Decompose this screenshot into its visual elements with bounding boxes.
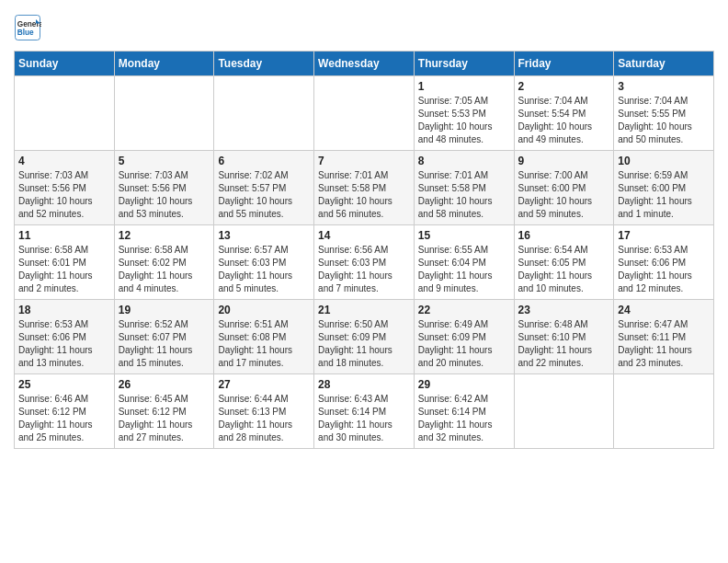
day-info: Sunrise: 6:53 AMSunset: 6:06 PMDaylight:… [618, 244, 710, 295]
day-number: 2 [518, 80, 610, 93]
calendar-cell-1-6: 2Sunrise: 7:04 AMSunset: 5:54 PMDaylight… [514, 76, 614, 151]
day-info: Sunrise: 6:59 AMSunset: 6:00 PMDaylight:… [618, 169, 710, 221]
day-number: 12 [119, 229, 210, 242]
day-info: Sunrise: 7:05 AMSunset: 5:53 PMDaylight:… [418, 95, 510, 146]
calendar-cell-5-6 [514, 374, 614, 449]
calendar-header-row: SundayMondayTuesdayWednesdayThursdayFrid… [15, 52, 714, 76]
calendar-cell-4-3: 20Sunrise: 6:51 AMSunset: 6:08 PMDayligh… [214, 300, 314, 374]
day-info: Sunrise: 6:52 AMSunset: 6:07 PMDaylight:… [119, 318, 210, 370]
day-number: 22 [418, 304, 510, 316]
weekday-header-tuesday: Tuesday [214, 52, 314, 76]
day-info: Sunrise: 7:03 AMSunset: 5:56 PMDaylight:… [119, 169, 210, 221]
calendar-cell-1-1 [15, 76, 115, 151]
calendar-cell-3-4: 14Sunrise: 6:56 AMSunset: 6:03 PMDayligh… [314, 225, 415, 300]
calendar-cell-1-5: 1Sunrise: 7:05 AMSunset: 5:53 PMDaylight… [414, 76, 514, 151]
day-number: 8 [418, 155, 510, 167]
day-number: 14 [318, 229, 410, 242]
day-number: 18 [18, 304, 110, 316]
day-info: Sunrise: 6:57 AMSunset: 6:03 PMDaylight:… [218, 244, 310, 295]
calendar-table: SundayMondayTuesdayWednesdayThursdayFrid… [14, 51, 714, 449]
day-number: 19 [119, 304, 210, 316]
day-number: 3 [618, 80, 710, 93]
page-header: General Blue [14, 14, 714, 41]
day-number: 17 [618, 229, 710, 242]
day-number: 6 [218, 155, 310, 167]
calendar-body: 1Sunrise: 7:05 AMSunset: 5:53 PMDaylight… [15, 76, 714, 449]
day-info: Sunrise: 6:53 AMSunset: 6:06 PMDaylight:… [18, 318, 110, 370]
day-info: Sunrise: 7:04 AMSunset: 5:54 PMDaylight:… [518, 95, 610, 146]
day-info: Sunrise: 6:46 AMSunset: 6:12 PMDaylight:… [18, 393, 110, 444]
day-number: 27 [218, 378, 310, 391]
day-number: 26 [119, 378, 210, 391]
calendar-week-4: 18Sunrise: 6:53 AMSunset: 6:06 PMDayligh… [15, 300, 714, 374]
calendar-cell-2-2: 5Sunrise: 7:03 AMSunset: 5:56 PMDaylight… [114, 151, 214, 225]
calendar-cell-1-4 [314, 76, 415, 151]
day-info: Sunrise: 6:51 AMSunset: 6:08 PMDaylight:… [218, 318, 310, 370]
calendar-cell-5-3: 27Sunrise: 6:44 AMSunset: 6:13 PMDayligh… [214, 374, 314, 449]
calendar-cell-5-1: 25Sunrise: 6:46 AMSunset: 6:12 PMDayligh… [15, 374, 115, 449]
calendar-cell-4-2: 19Sunrise: 6:52 AMSunset: 6:07 PMDayligh… [114, 300, 214, 374]
day-number: 9 [518, 155, 610, 167]
calendar-cell-3-1: 11Sunrise: 6:58 AMSunset: 6:01 PMDayligh… [15, 225, 115, 300]
day-number: 5 [119, 155, 210, 167]
day-number: 4 [18, 155, 110, 167]
weekday-header-monday: Monday [114, 52, 214, 76]
calendar-cell-3-6: 16Sunrise: 6:54 AMSunset: 6:05 PMDayligh… [514, 225, 614, 300]
day-number: 11 [18, 229, 110, 242]
calendar-cell-4-4: 21Sunrise: 6:50 AMSunset: 6:09 PMDayligh… [314, 300, 415, 374]
calendar-cell-5-2: 26Sunrise: 6:45 AMSunset: 6:12 PMDayligh… [114, 374, 214, 449]
day-number: 25 [18, 378, 110, 391]
svg-text:Blue: Blue [17, 29, 34, 37]
calendar-cell-3-7: 17Sunrise: 6:53 AMSunset: 6:06 PMDayligh… [614, 225, 714, 300]
weekday-header-friday: Friday [514, 52, 614, 76]
day-info: Sunrise: 7:01 AMSunset: 5:58 PMDaylight:… [318, 169, 410, 221]
calendar-cell-2-3: 6Sunrise: 7:02 AMSunset: 5:57 PMDaylight… [214, 151, 314, 225]
weekday-header-wednesday: Wednesday [314, 52, 415, 76]
calendar-cell-4-6: 23Sunrise: 6:48 AMSunset: 6:10 PMDayligh… [514, 300, 614, 374]
calendar-cell-4-5: 22Sunrise: 6:49 AMSunset: 6:09 PMDayligh… [414, 300, 514, 374]
day-info: Sunrise: 6:58 AMSunset: 6:01 PMDaylight:… [18, 244, 110, 295]
day-number: 23 [518, 304, 610, 316]
calendar-cell-3-5: 15Sunrise: 6:55 AMSunset: 6:04 PMDayligh… [414, 225, 514, 300]
day-info: Sunrise: 6:44 AMSunset: 6:13 PMDaylight:… [218, 393, 310, 444]
day-info: Sunrise: 6:45 AMSunset: 6:12 PMDaylight:… [119, 393, 210, 444]
day-info: Sunrise: 6:54 AMSunset: 6:05 PMDaylight:… [518, 244, 610, 295]
day-number: 1 [418, 80, 510, 93]
calendar-cell-5-4: 28Sunrise: 6:43 AMSunset: 6:14 PMDayligh… [314, 374, 415, 449]
day-info: Sunrise: 6:49 AMSunset: 6:09 PMDaylight:… [418, 318, 510, 370]
calendar-cell-1-3 [214, 76, 314, 151]
day-info: Sunrise: 7:04 AMSunset: 5:55 PMDaylight:… [618, 95, 710, 146]
calendar-cell-2-5: 8Sunrise: 7:01 AMSunset: 5:58 PMDaylight… [414, 151, 514, 225]
day-number: 28 [318, 378, 410, 391]
day-number: 15 [418, 229, 510, 242]
svg-text:General: General [17, 20, 41, 29]
day-number: 13 [218, 229, 310, 242]
day-number: 20 [218, 304, 310, 316]
day-number: 24 [618, 304, 710, 316]
weekday-header-sunday: Sunday [15, 52, 115, 76]
day-info: Sunrise: 6:55 AMSunset: 6:04 PMDaylight:… [418, 244, 510, 295]
day-number: 16 [518, 229, 610, 242]
calendar-week-1: 1Sunrise: 7:05 AMSunset: 5:53 PMDaylight… [15, 76, 714, 151]
day-info: Sunrise: 6:42 AMSunset: 6:14 PMDaylight:… [418, 393, 510, 444]
day-number: 10 [618, 155, 710, 167]
day-info: Sunrise: 7:01 AMSunset: 5:58 PMDaylight:… [418, 169, 510, 221]
day-info: Sunrise: 6:56 AMSunset: 6:03 PMDaylight:… [318, 244, 410, 295]
calendar-cell-2-7: 10Sunrise: 6:59 AMSunset: 6:00 PMDayligh… [614, 151, 714, 225]
day-info: Sunrise: 6:58 AMSunset: 6:02 PMDaylight:… [119, 244, 210, 295]
logo: General Blue [14, 14, 45, 41]
logo-icon: General Blue [14, 14, 41, 41]
calendar-week-3: 11Sunrise: 6:58 AMSunset: 6:01 PMDayligh… [15, 225, 714, 300]
calendar-cell-3-3: 13Sunrise: 6:57 AMSunset: 6:03 PMDayligh… [214, 225, 314, 300]
calendar-cell-5-5: 29Sunrise: 6:42 AMSunset: 6:14 PMDayligh… [414, 374, 514, 449]
calendar-cell-2-6: 9Sunrise: 7:00 AMSunset: 6:00 PMDaylight… [514, 151, 614, 225]
calendar-week-5: 25Sunrise: 6:46 AMSunset: 6:12 PMDayligh… [15, 374, 714, 449]
weekday-header-saturday: Saturday [614, 52, 714, 76]
day-info: Sunrise: 6:47 AMSunset: 6:11 PMDaylight:… [618, 318, 710, 370]
calendar-week-2: 4Sunrise: 7:03 AMSunset: 5:56 PMDaylight… [15, 151, 714, 225]
day-info: Sunrise: 7:03 AMSunset: 5:56 PMDaylight:… [18, 169, 110, 221]
day-info: Sunrise: 7:00 AMSunset: 6:00 PMDaylight:… [518, 169, 610, 221]
weekday-header-thursday: Thursday [414, 52, 514, 76]
calendar-cell-1-7: 3Sunrise: 7:04 AMSunset: 5:55 PMDaylight… [614, 76, 714, 151]
day-info: Sunrise: 6:48 AMSunset: 6:10 PMDaylight:… [518, 318, 610, 370]
